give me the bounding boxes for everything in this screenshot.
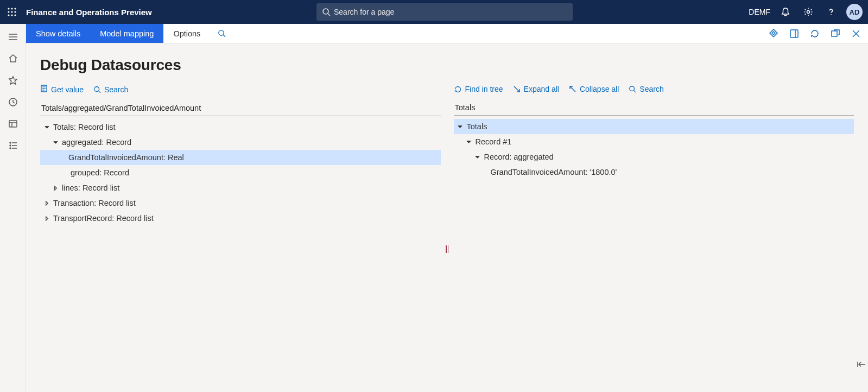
search-right-label: Search bbox=[639, 85, 663, 93]
svg-point-5 bbox=[14, 11, 16, 12]
svg-rect-28 bbox=[790, 30, 798, 37]
svg-line-39 bbox=[514, 86, 519, 92]
app-launcher-icon[interactable] bbox=[4, 4, 20, 20]
nav-expand-icon[interactable] bbox=[2, 27, 24, 47]
svg-point-1 bbox=[11, 8, 12, 9]
svg-point-7 bbox=[11, 14, 12, 16]
top-nav-bar: Finance and Operations Preview Search fo… bbox=[0, 0, 868, 24]
caret-right-icon[interactable] bbox=[42, 214, 51, 223]
tab-model-mapping[interactable]: Model mapping bbox=[90, 24, 163, 43]
tree-node-selected[interactable]: Totals bbox=[454, 119, 854, 134]
search-right-button[interactable]: Search bbox=[629, 85, 663, 93]
caret-none bbox=[60, 168, 68, 177]
find-in-tree-label: Find in tree bbox=[465, 85, 503, 93]
settings-icon[interactable] bbox=[801, 4, 816, 20]
side-panel-icon[interactable] bbox=[787, 26, 802, 41]
svg-line-38 bbox=[99, 91, 101, 93]
tab-options[interactable]: Options bbox=[163, 24, 210, 43]
caret-down-icon[interactable] bbox=[456, 122, 465, 131]
svg-line-40 bbox=[570, 86, 575, 92]
svg-rect-17 bbox=[9, 121, 17, 127]
page-content: Debug Datasources Get value Search Total… bbox=[26, 43, 868, 392]
values-tree: Totals Record #1 Record: aggregated Gran… bbox=[454, 119, 854, 180]
svg-point-6 bbox=[8, 14, 9, 16]
global-search-placeholder: Search for a page bbox=[334, 8, 394, 16]
svg-point-22 bbox=[10, 145, 11, 146]
favorites-icon[interactable] bbox=[2, 71, 24, 90]
action-bar: Show details Model mapping Options bbox=[26, 24, 868, 43]
search-left-button[interactable]: Search bbox=[93, 85, 128, 94]
open-new-window-icon[interactable] bbox=[828, 26, 843, 41]
help-icon[interactable] bbox=[823, 4, 839, 20]
app-title: Finance and Operations Preview bbox=[26, 8, 152, 17]
caret-down-icon[interactable] bbox=[473, 153, 482, 161]
search-left-label: Search bbox=[104, 85, 128, 94]
svg-point-2 bbox=[14, 8, 16, 9]
svg-line-27 bbox=[224, 35, 226, 37]
svg-point-0 bbox=[8, 8, 9, 9]
svg-point-24 bbox=[10, 148, 11, 149]
svg-rect-30 bbox=[832, 31, 837, 36]
tree-node[interactable]: TransportRecord: Record list bbox=[40, 211, 441, 226]
recent-icon[interactable] bbox=[2, 92, 24, 112]
restore-panel-icon[interactable] bbox=[857, 361, 866, 369]
svg-line-10 bbox=[328, 14, 330, 16]
values-pane: Find in tree Expand all Collapse all Sea… bbox=[454, 85, 854, 180]
get-value-button[interactable]: Get value bbox=[40, 85, 84, 94]
tree-node[interactable]: Record: aggregated bbox=[454, 149, 854, 165]
svg-point-12 bbox=[831, 14, 832, 15]
modules-icon[interactable] bbox=[2, 136, 24, 155]
svg-line-42 bbox=[634, 91, 636, 93]
svg-point-8 bbox=[14, 14, 16, 16]
expand-all-button[interactable]: Expand all bbox=[513, 85, 559, 93]
caret-down-icon[interactable] bbox=[42, 123, 51, 131]
pane-splitter[interactable] bbox=[445, 244, 449, 254]
caret-right-icon[interactable] bbox=[42, 199, 51, 207]
svg-point-41 bbox=[630, 86, 635, 91]
values-path[interactable]: Totals bbox=[454, 101, 854, 116]
attachments-icon[interactable] bbox=[766, 26, 781, 41]
collapse-all-label: Collapse all bbox=[580, 85, 619, 93]
datasource-pane: Get value Search Totals/aggregated/Grand… bbox=[40, 85, 441, 226]
svg-point-37 bbox=[94, 86, 99, 91]
global-search-input[interactable]: Search for a page bbox=[316, 3, 573, 21]
svg-point-9 bbox=[323, 9, 328, 14]
datasource-tree: Totals: Record list aggregated: Record G… bbox=[40, 119, 441, 226]
svg-point-4 bbox=[11, 11, 12, 12]
user-avatar[interactable]: AD bbox=[846, 4, 863, 20]
tree-node[interactable]: grouped: Record bbox=[40, 165, 441, 180]
tree-node[interactable]: aggregated: Record bbox=[40, 135, 441, 150]
tree-node[interactable]: Record #1 bbox=[454, 134, 854, 149]
tree-node[interactable]: Totals: Record list bbox=[40, 119, 441, 135]
svg-point-11 bbox=[807, 11, 810, 14]
svg-point-26 bbox=[219, 30, 224, 35]
get-value-label: Get value bbox=[51, 85, 84, 94]
refresh-icon[interactable] bbox=[807, 26, 822, 41]
action-search-icon[interactable] bbox=[210, 24, 233, 43]
company-code[interactable]: DEMF bbox=[749, 8, 770, 16]
tab-show-details[interactable]: Show details bbox=[26, 24, 90, 43]
home-icon[interactable] bbox=[2, 49, 24, 68]
tree-node[interactable]: GrandTotalInvoicedAmount: '1800.0' bbox=[454, 165, 854, 180]
caret-right-icon[interactable] bbox=[51, 184, 60, 192]
svg-point-20 bbox=[10, 142, 11, 143]
left-nav-rail bbox=[0, 24, 26, 392]
notifications-icon[interactable] bbox=[778, 4, 793, 20]
datasource-path[interactable]: Totals/aggregated/GrandTotalInvoicedAmou… bbox=[40, 102, 441, 116]
close-icon[interactable] bbox=[848, 26, 864, 41]
svg-point-3 bbox=[8, 11, 9, 12]
expand-all-label: Expand all bbox=[524, 85, 559, 93]
caret-down-icon[interactable] bbox=[465, 137, 473, 146]
workspaces-icon[interactable] bbox=[2, 114, 24, 134]
find-in-tree-button[interactable]: Find in tree bbox=[454, 85, 503, 93]
page-title: Debug Datasources bbox=[40, 56, 854, 74]
tree-node[interactable]: lines: Record list bbox=[40, 180, 441, 195]
collapse-all-button[interactable]: Collapse all bbox=[569, 85, 619, 93]
tree-node[interactable]: Transaction: Record list bbox=[40, 195, 441, 211]
tree-node-selected[interactable]: GrandTotalInvoicedAmount: Real bbox=[40, 150, 441, 165]
caret-down-icon[interactable] bbox=[51, 138, 60, 147]
